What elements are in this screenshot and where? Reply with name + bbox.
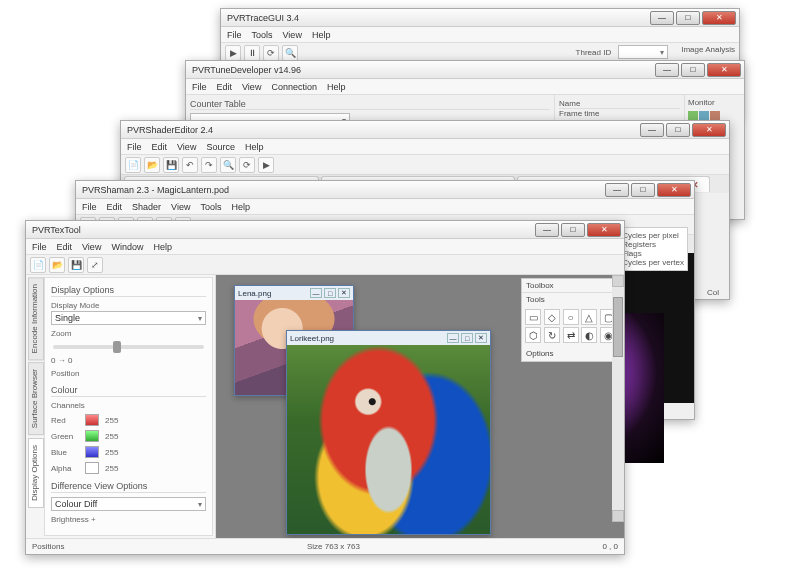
maximize-button[interactable]: □ [676,11,700,25]
menu-tools[interactable]: Tools [200,199,221,214]
menu-help[interactable]: Help [153,239,172,254]
menu-source[interactable]: Source [206,139,235,154]
minimize-button[interactable]: — [310,288,322,298]
menu-window[interactable]: Window [111,239,143,254]
tool-rotate-icon[interactable]: ↻ [544,327,560,343]
minimize-button[interactable]: — [655,63,679,77]
maximize-button[interactable]: □ [561,223,585,237]
channel-toggle-green[interactable] [85,430,99,442]
tool-button[interactable]: 📄 [125,157,141,173]
menu-view[interactable]: View [242,79,261,94]
tool-button[interactable]: 💾 [163,157,179,173]
close-button[interactable]: ✕ [702,11,736,25]
mdi-canvas[interactable]: Lena.png — □ ✕ Lorikeet.png — □ ✕ [216,275,624,538]
channel-toggle-red[interactable] [85,414,99,426]
channel-toggle-alpha[interactable] [85,462,99,474]
menu-help[interactable]: Help [312,27,331,42]
titlebar: PVRTexTool — □ ✕ [26,221,624,239]
channel-toggle-blue[interactable] [85,446,99,458]
minimize-button[interactable]: — [535,223,559,237]
tool-button[interactable]: ▶ [258,157,274,173]
menu-file[interactable]: File [127,139,142,154]
search-icon[interactable]: 🔍 [220,157,236,173]
menu-shader[interactable]: Shader [132,199,161,214]
tool-contrast-icon[interactable]: ◐ [581,327,597,343]
diff-label: Difference View Options [51,481,206,493]
scroll-up-icon[interactable] [612,275,624,287]
side-tab-display[interactable]: Display Options [28,438,44,508]
tool-diamond-icon[interactable]: ◇ [544,309,560,325]
tool-button[interactable]: 📂 [144,157,160,173]
panel-title: Display Options [51,285,206,297]
scroll-track[interactable] [612,287,624,510]
close-button[interactable]: ✕ [707,63,741,77]
menu-help[interactable]: Help [231,199,250,214]
menu-file[interactable]: File [192,79,207,94]
tool-button[interactable]: ↶ [182,157,198,173]
close-button[interactable]: ✕ [475,333,487,343]
tool-button[interactable]: ↷ [201,157,217,173]
minimize-button[interactable]: — [650,11,674,25]
close-button[interactable]: ✕ [587,223,621,237]
sub-title: Lena.png [238,289,271,298]
thread-combo[interactable]: ▾ [618,45,668,59]
close-button[interactable]: ✕ [338,288,350,298]
search-icon[interactable]: 🔍 [282,45,298,61]
menu-view[interactable]: View [171,199,190,214]
maximize-button[interactable]: □ [681,63,705,77]
menu-view[interactable]: View [177,139,196,154]
image-window-lorikeet[interactable]: Lorikeet.png — □ ✕ [286,330,491,535]
maximize-button[interactable]: □ [631,183,655,197]
sub-titlebar[interactable]: Lorikeet.png — □ ✕ [287,331,490,345]
tool-button[interactable]: ⟳ [239,157,255,173]
minimize-button[interactable]: — [605,183,629,197]
menu-file[interactable]: File [32,239,47,254]
close-button[interactable]: ✕ [657,183,691,197]
menu-view[interactable]: View [82,239,101,254]
scroll-thumb[interactable] [613,297,623,357]
menu-view[interactable]: View [283,27,302,42]
minimize-button[interactable]: — [640,123,664,137]
scrollbar-vertical[interactable] [612,275,624,522]
display-mode-combo[interactable]: Single ▾ [51,311,206,325]
menu-edit[interactable]: Edit [152,139,168,154]
window-controls: — □ ✕ [655,63,741,77]
tool-rect-icon[interactable]: ▭ [525,309,541,325]
diff-mode-combo[interactable]: Colour Diff ▾ [51,497,206,511]
tool-button[interactable]: ▶ [225,45,241,61]
menu-edit[interactable]: Edit [57,239,73,254]
new-icon[interactable]: 📄 [30,257,46,273]
menu-edit[interactable]: Edit [107,199,123,214]
menu-tools[interactable]: Tools [252,27,273,42]
maximize-button[interactable]: □ [324,288,336,298]
sub-titlebar[interactable]: Lena.png — □ ✕ [235,286,353,300]
close-button[interactable]: ✕ [692,123,726,137]
tool-button[interactable]: ⏸ [244,45,260,61]
tool-hex-icon[interactable]: ⬡ [525,327,541,343]
tool-button[interactable]: ⟳ [263,45,279,61]
maximize-button[interactable]: □ [461,333,473,343]
side-tab-encode[interactable]: Encode Information [28,277,44,360]
minimize-button[interactable]: — [447,333,459,343]
menu-help[interactable]: Help [245,139,264,154]
menu-connection[interactable]: Connection [271,79,317,94]
menu-help[interactable]: Help [327,79,346,94]
menu-edit[interactable]: Edit [217,79,233,94]
side-tab-surface[interactable]: Surface Browser [28,362,44,435]
menu-file[interactable]: File [82,199,97,214]
tool-circle-icon[interactable]: ○ [563,309,579,325]
tool-flip-icon[interactable]: ⇄ [563,327,579,343]
scroll-down-icon[interactable] [612,510,624,522]
menu-file[interactable]: File [227,27,242,42]
tool-button[interactable]: ⤢ [87,257,103,273]
save-icon[interactable]: 💾 [68,257,84,273]
open-icon[interactable]: 📂 [49,257,65,273]
brightness-label: Brightness + [51,515,206,524]
slider-thumb[interactable] [113,341,121,353]
window-title: PVRShaman 2.3 - MagicLantern.pod [79,185,229,195]
tool-triangle-icon[interactable]: △ [581,309,597,325]
maximize-button[interactable]: □ [666,123,690,137]
channel-row-green: Green 255 [51,430,206,442]
image-content [287,345,490,534]
zoom-slider[interactable] [53,345,204,349]
